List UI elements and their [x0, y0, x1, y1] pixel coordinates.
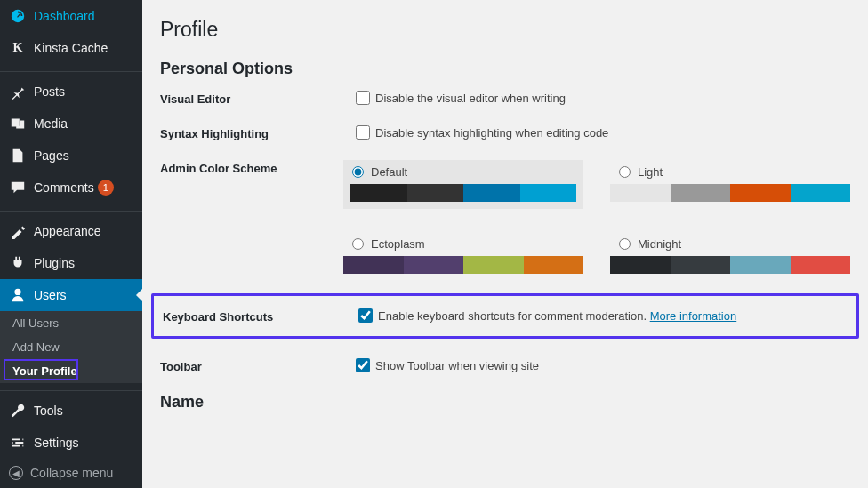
radio-midnight[interactable]	[619, 238, 631, 250]
sidebar-label: Dashboard	[34, 9, 95, 23]
text-visual-editor: Disable the visual editor when writing	[375, 92, 566, 105]
checkbox-syntax[interactable]	[356, 125, 370, 140]
users-submenu: All Users Add New Your Profile	[0, 311, 142, 383]
sidebar-item-users[interactable]: Users	[0, 279, 142, 311]
admin-sidebar: Dashboard K Kinsta Cache Posts Media Pag…	[0, 0, 142, 488]
collapse-icon: ◀	[9, 466, 23, 480]
submenu-your-profile[interactable]: Your Profile	[0, 359, 142, 383]
sidebar-label: Kinsta Cache	[34, 41, 108, 55]
label-keyboard: Keyboard Shortcuts	[163, 308, 358, 324]
sidebar-item-plugins[interactable]: Plugins	[0, 247, 142, 279]
text-toolbar: Show Toolbar when viewing site	[375, 359, 539, 372]
sidebar-label: Media	[34, 116, 68, 131]
scheme-default[interactable]: Default	[343, 160, 583, 209]
sidebar-separator	[0, 207, 142, 212]
sidebar-separator	[0, 68, 142, 72]
label-toolbar: Toolbar	[160, 358, 356, 373]
pin-icon	[9, 83, 27, 100]
settings-icon	[9, 434, 27, 452]
radio-ectoplasm[interactable]	[352, 238, 364, 250]
text-syntax: Disable syntax highlighting when editing…	[375, 126, 608, 140]
swatches-ectoplasm	[343, 256, 583, 274]
users-icon	[9, 286, 27, 304]
sidebar-label: Appearance	[34, 224, 101, 238]
comments-icon	[9, 179, 27, 196]
scheme-midnight[interactable]: Midnight	[610, 232, 850, 274]
row-syntax: Syntax Highlighting Disable syntax highl…	[160, 125, 850, 140]
page-title: Profile	[160, 18, 850, 42]
row-visual-editor: Visual Editor Disable the visual editor …	[160, 91, 850, 106]
link-more-info[interactable]: More information	[650, 309, 737, 323]
scheme-name: Light	[638, 165, 663, 179]
main-content: Profile Personal Options Visual Editor D…	[142, 0, 868, 488]
sidebar-collapse[interactable]: ◀ Collapse menu	[0, 459, 142, 487]
submenu-label: Your Profile	[12, 364, 77, 378]
row-color-scheme: Admin Color Scheme Default Light	[160, 160, 850, 274]
radio-light[interactable]	[619, 166, 631, 178]
sidebar-label: Settings	[34, 436, 79, 450]
dashboard-icon	[9, 7, 27, 25]
sidebar-label: Comments	[34, 180, 94, 195]
sidebar-item-pages[interactable]: Pages	[0, 140, 142, 172]
tools-icon	[9, 402, 27, 420]
comments-badge: 1	[98, 180, 114, 196]
sidebar-item-kinsta[interactable]: K Kinsta Cache	[0, 32, 142, 64]
sidebar-label: Collapse menu	[30, 466, 113, 480]
sidebar-item-dashboard[interactable]: Dashboard	[0, 0, 142, 32]
sidebar-item-appearance[interactable]: Appearance	[0, 215, 142, 247]
sidebar-label: Pages	[34, 148, 69, 163]
text-keyboard-main: Enable keyboard shortcuts for comment mo…	[378, 309, 647, 323]
label-color-scheme: Admin Color Scheme	[160, 160, 343, 175]
swatches-midnight	[610, 256, 850, 274]
plugins-icon	[9, 254, 27, 272]
kinsta-icon: K	[9, 39, 27, 57]
sidebar-separator	[0, 387, 142, 391]
scheme-name: Midnight	[638, 237, 681, 251]
sidebar-item-settings[interactable]: Settings	[0, 427, 142, 459]
label-syntax: Syntax Highlighting	[160, 125, 356, 140]
sidebar-label: Tools	[34, 404, 63, 418]
sidebar-item-comments[interactable]: Comments 1	[0, 172, 142, 204]
sidebar-label: Posts	[34, 84, 65, 99]
scheme-name: Default	[371, 165, 407, 179]
sidebar-label: Users	[34, 288, 67, 302]
text-keyboard: Enable keyboard shortcuts for comment mo…	[378, 309, 736, 323]
submenu-add-new[interactable]: Add New	[0, 335, 142, 359]
submenu-all-users[interactable]: All Users	[0, 311, 142, 335]
sidebar-label: Plugins	[34, 256, 75, 270]
swatches-light	[610, 184, 850, 202]
pages-icon	[9, 147, 27, 164]
appearance-icon	[9, 222, 27, 240]
media-icon	[9, 115, 27, 132]
sidebar-item-posts[interactable]: Posts	[0, 76, 142, 108]
checkbox-visual-editor[interactable]	[356, 91, 370, 105]
label-visual-editor: Visual Editor	[160, 91, 356, 106]
checkbox-keyboard[interactable]	[358, 308, 373, 323]
swatches-default	[350, 184, 576, 202]
checkbox-toolbar[interactable]	[356, 358, 370, 372]
scheme-ectoplasm[interactable]: Ectoplasm	[343, 232, 583, 274]
row-toolbar: Toolbar Show Toolbar when viewing site	[160, 358, 850, 373]
scheme-name: Ectoplasm	[371, 237, 425, 251]
radio-default[interactable]	[352, 166, 364, 178]
section-name: Name	[160, 393, 850, 412]
scheme-light[interactable]: Light	[610, 160, 850, 209]
row-keyboard-shortcuts: Keyboard Shortcuts Enable keyboard short…	[151, 293, 859, 339]
sidebar-item-tools[interactable]: Tools	[0, 395, 142, 427]
section-personal-options: Personal Options	[160, 60, 850, 78]
sidebar-item-media[interactable]: Media	[0, 108, 142, 140]
